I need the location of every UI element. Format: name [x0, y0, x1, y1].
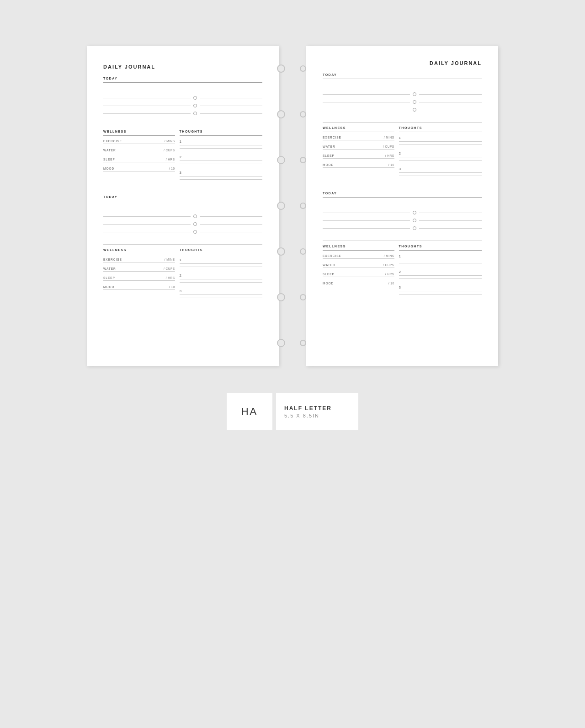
exercise-unit: / MINS [165, 139, 175, 143]
exercise-label: EXERCISE [103, 139, 122, 143]
right-s2-check-2 [323, 217, 482, 224]
sleep-unit: / HRS [166, 158, 175, 161]
rring-3 [300, 157, 306, 163]
s2-circle-3 [193, 230, 197, 234]
r-circle-2 [413, 100, 416, 104]
footer-size-title: HALF LETTER [284, 405, 332, 412]
thought-3: 3 [180, 171, 262, 180]
sleep-label: SLEEP [103, 158, 115, 161]
mood-unit: / 10 [169, 167, 175, 170]
r-circle-3 [413, 108, 416, 112]
left-s1-checks [103, 95, 262, 117]
left-s1-divider2 [103, 126, 262, 126]
rs2-circle-3 [413, 226, 416, 230]
left-page-title: DAILY JOURNAL [103, 64, 262, 70]
rring-7 [300, 340, 306, 346]
pages-container: DAILY JOURNAL TODAY [87, 46, 498, 366]
s2-wellness-water: WATER / CUPS [103, 267, 175, 272]
right-s2-wellness: WELLNESS EXERCISE / MINS WATER / CUPS [323, 245, 394, 301]
right-s1-check-3 [323, 107, 482, 113]
water-unit: / CUPS [164, 149, 175, 152]
right-s1-wellness-label: WELLNESS [323, 126, 394, 129]
s2-wellness-sleep: SLEEP / HRS [103, 276, 175, 281]
circle-1 [193, 96, 197, 100]
left-s2-wellness-label: WELLNESS [103, 248, 175, 252]
right-s1-check-2 [323, 99, 482, 105]
ring-3 [277, 156, 285, 164]
left-s2-wellness-thoughts: WELLNESS EXERCISE / MINS WATER / CUPS [103, 248, 262, 305]
ring-4 [277, 202, 285, 210]
rring-6 [300, 294, 306, 300]
footer-ha-box: HA [227, 393, 272, 430]
circle-3 [193, 112, 197, 115]
left-s2-check-2 [103, 221, 262, 227]
right-s2-label: TODAY [323, 192, 482, 195]
s2-thought-1: 1 [180, 258, 262, 267]
footer-size-sub: 5.5 X 8.5IN [284, 413, 319, 418]
right-s1-thoughts-label: THOUGHTS [399, 126, 482, 129]
left-s2-divider [103, 201, 262, 201]
left-s2-checks [103, 213, 262, 235]
left-s1-divider [103, 82, 262, 83]
left-s2-check-1 [103, 213, 262, 219]
left-s1-wellness-label: WELLNESS [103, 130, 175, 133]
left-s2-label: TODAY [103, 195, 262, 198]
s2-wellness-mood: MOOD / 10 [103, 285, 175, 290]
ring-2 [277, 110, 285, 118]
wellness-exercise: EXERCISE / MINS [103, 139, 175, 144]
right-page: DAILY JOURNAL TODAY [306, 46, 498, 366]
right-page-title: DAILY JOURNAL [323, 60, 482, 66]
s2-thought-3: 3 [180, 289, 262, 298]
thought-2: 2 [180, 155, 262, 164]
thought-num-3: 3 [180, 171, 262, 175]
ring-7 [277, 339, 285, 347]
thought-1: 1 [180, 139, 262, 149]
right-s1-label: TODAY [323, 73, 482, 76]
right-s2-thoughts: THOUGHTS 1 2 [399, 245, 482, 301]
right-s2-check-3 [323, 225, 482, 231]
left-s2-wellness: WELLNESS EXERCISE / MINS WATER / CUPS [103, 248, 175, 305]
right-section-2: TODAY [323, 192, 482, 301]
right-s2-checks [323, 209, 482, 231]
footer-section: HA HALF LETTER 5.5 X 8.5IN [227, 393, 358, 430]
rring-4 [300, 203, 306, 209]
left-s1-wellness-thoughts: WELLNESS EXERCISE / MINS WATER / CUPS [103, 130, 262, 186]
right-s2-thoughts-label: THOUGHTS [399, 245, 482, 248]
left-section-1: TODAY [103, 77, 262, 186]
left-s2-thoughts-label: THOUGHTS [180, 248, 262, 252]
left-s1-thoughts: THOUGHTS 1 2 [180, 130, 262, 186]
rring-5 [300, 248, 306, 255]
wellness-water: WATER / CUPS [103, 149, 175, 153]
right-page-rings [300, 46, 306, 366]
left-s1-check-3 [103, 110, 262, 117]
ring-6 [277, 293, 285, 301]
footer-ha-label: HA [241, 406, 258, 418]
s2-thought-2: 2 [180, 273, 262, 283]
right-section-1: TODAY [323, 73, 482, 182]
rs2-circle-1 [413, 211, 416, 214]
wellness-sleep: SLEEP / HRS [103, 158, 175, 162]
ring-5 [277, 247, 285, 256]
footer-info-box: HALF LETTER 5.5 X 8.5IN [276, 393, 358, 430]
rring-2 [300, 111, 306, 118]
circle-2 [193, 104, 197, 107]
left-s2-thoughts: THOUGHTS 1 2 [180, 248, 262, 305]
left-s1-wellness: WELLNESS EXERCISE / MINS WATER / CUPS [103, 130, 175, 186]
left-page: DAILY JOURNAL TODAY [87, 46, 279, 366]
left-s1-label: TODAY [103, 77, 262, 80]
s2-circle-1 [193, 214, 197, 218]
r-circle-1 [413, 92, 416, 96]
mood-label: MOOD [103, 167, 114, 170]
water-label: WATER [103, 149, 116, 152]
s2-wellness-exercise: EXERCISE / MINS [103, 258, 175, 262]
thought-num-1: 1 [180, 139, 262, 144]
left-page-rings [277, 46, 285, 366]
left-s1-thoughts-label: THOUGHTS [180, 130, 262, 133]
rring-1 [300, 65, 306, 72]
ring-1 [277, 64, 285, 73]
right-s1-wellness: WELLNESS EXERCISE / MINS WATER / CUPS [323, 126, 394, 182]
thought-num-2: 2 [180, 155, 262, 159]
rs2-circle-2 [413, 219, 416, 222]
right-s1-check-1 [323, 91, 482, 97]
right-s1-thoughts: THOUGHTS 1 2 [399, 126, 482, 182]
